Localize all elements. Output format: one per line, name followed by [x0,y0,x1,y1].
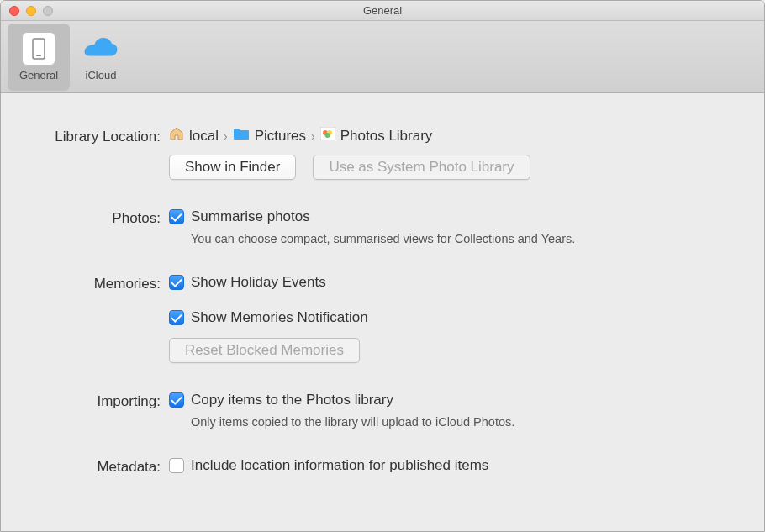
tab-icloud-label: iCloud [86,69,117,82]
checkbox-icon [169,458,184,473]
toolbar: General iCloud [1,21,764,93]
svg-point-5 [324,133,330,138]
memories-notification-checkbox[interactable]: Show Memories Notification [169,309,764,326]
zoom-icon [43,6,53,16]
photos-library-icon [320,127,335,145]
reset-blocked-memories-button: Reset Blocked Memories [169,338,360,363]
holiday-events-checkbox[interactable]: Show Holiday Events [169,274,764,291]
use-system-library-button: Use as System Photo Library [313,155,530,180]
general-icon [22,32,55,66]
importing-label: Importing: [1,392,169,429]
checkbox-icon [169,275,184,290]
copy-items-checkbox[interactable]: Copy items to the Photos library [169,392,764,408]
summarise-photos-checkbox[interactable]: Summarise photos [169,208,764,225]
breadcrumb-item: Pictures [255,128,306,145]
tab-icloud[interactable]: iCloud [70,24,132,91]
breadcrumb-item: Photos Library [340,128,433,145]
photos-label: Photos: [1,208,169,245]
chevron-right-icon: › [311,129,315,143]
chevron-right-icon: › [224,129,228,143]
content: Library Location: local › Pictures › [1,93,764,531]
memories-notification-label: Show Memories Notification [191,309,368,326]
home-icon [169,127,184,145]
svg-rect-1 [36,55,41,56]
summarise-photos-label: Summarise photos [191,208,310,225]
checkbox-icon [169,209,184,224]
show-in-finder-button[interactable]: Show in Finder [169,155,296,180]
memories-label: Memories: [1,274,169,363]
titlebar[interactable]: General [1,1,764,21]
library-location-label: Library Location: [1,127,169,180]
close-icon[interactable] [9,6,19,16]
checkbox-icon [169,310,184,325]
holiday-events-label: Show Holiday Events [191,274,326,291]
breadcrumb[interactable]: local › Pictures › [169,127,764,145]
preferences-window: General General iCloud Library Location: [0,0,765,532]
metadata-label: Metadata: [1,457,169,476]
tab-general[interactable]: General [8,24,70,91]
traffic-lights [9,6,53,16]
summarise-help-text: You can choose compact, summarised views… [191,232,764,245]
folder-icon [233,128,250,145]
include-location-label: Include location information for publish… [191,457,488,474]
breadcrumb-item: local [189,128,219,145]
copy-items-label: Copy items to the Photos library [191,392,393,408]
include-location-checkbox[interactable]: Include location information for publish… [169,457,764,474]
icloud-icon [84,32,118,66]
importing-help-text: Only items copied to the library will up… [191,415,764,429]
window-title: General [1,4,764,17]
checkbox-icon [169,392,184,408]
tab-general-label: General [19,69,58,82]
minimize-icon[interactable] [26,6,36,16]
